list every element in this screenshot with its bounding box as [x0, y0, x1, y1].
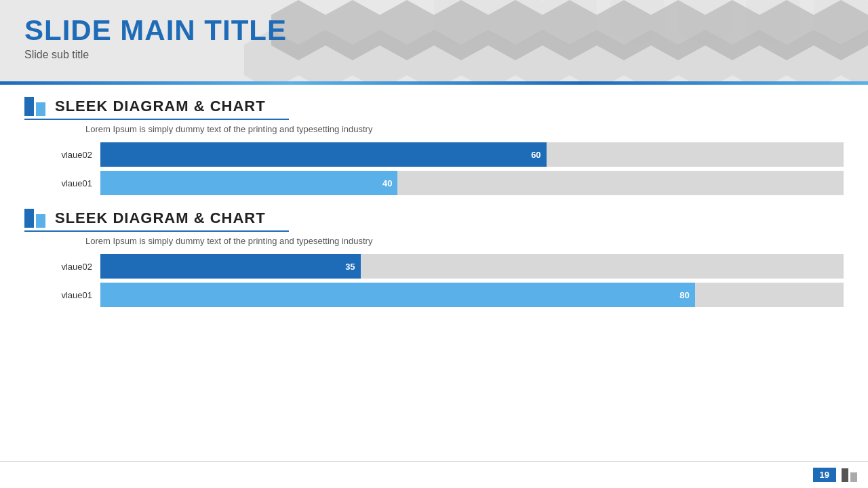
icon-bar-dark-2 — [24, 209, 34, 228]
section-2: SLEEK DIAGRAM & CHART Lorem Ipsum is sim… — [24, 209, 844, 307]
slide-footer: 19 — [0, 461, 868, 488]
section-1: SLEEK DIAGRAM & CHART Lorem Ipsum is sim… — [24, 97, 844, 195]
chart-track-1-2: 40 — [100, 171, 844, 195]
section-1-title: SLEEK DIAGRAM & CHART — [55, 98, 266, 115]
section-2-underline — [24, 230, 289, 232]
section-1-header: SLEEK DIAGRAM & CHART — [24, 97, 844, 116]
chart-row-1-2: vlaue01 40 — [52, 171, 844, 195]
footer-icon-bar2 — [850, 472, 857, 482]
section-1-desc: Lorem Ipsum is simply dummy text of the … — [85, 124, 844, 134]
section-1-icon — [24, 97, 45, 116]
chart-bar-2-1: 35 — [100, 254, 361, 279]
section-2-title: SLEEK DIAGRAM & CHART — [55, 209, 266, 227]
chart-label-1-1: vlaue02 — [52, 150, 92, 160]
chart-bar-1-1: 60 — [100, 142, 547, 167]
chart-track-1-1: 60 — [100, 142, 844, 167]
slide-sub-title: Slide sub title — [24, 49, 287, 61]
icon-bar-dark-1 — [24, 97, 34, 116]
section-1-underline — [24, 119, 289, 120]
chart-bar-2-2: 80 — [100, 283, 695, 307]
chart-value-1-2: 40 — [382, 178, 397, 188]
section-2-icon — [24, 209, 45, 228]
chart-track-2-1: 35 — [100, 254, 844, 279]
section-1-chart: vlaue02 60 vlaue01 40 — [52, 142, 844, 195]
footer-icon — [842, 468, 857, 482]
chart-track-2-2: 80 — [100, 283, 844, 307]
chart-row-2-2: vlaue01 80 — [52, 283, 844, 307]
section-2-chart: vlaue02 35 vlaue01 80 — [52, 254, 844, 307]
page-number: 19 — [813, 468, 836, 482]
chart-label-1-2: vlaue01 — [52, 178, 92, 188]
main-content: SLEEK DIAGRAM & CHART Lorem Ipsum is sim… — [0, 85, 868, 327]
chart-value-1-1: 60 — [531, 150, 546, 160]
section-2-desc: Lorem Ipsum is simply dummy text of the … — [85, 236, 844, 246]
slide-main-title: SLIDE MAIN TITLE — [24, 15, 287, 46]
chart-value-2-2: 80 — [679, 290, 694, 300]
header-text-block: SLIDE MAIN TITLE Slide sub title — [0, 0, 311, 76]
icon-bar-light-2 — [36, 214, 45, 228]
chart-label-2-2: vlaue01 — [52, 290, 92, 300]
slide-header: SLIDE MAIN TITLE Slide sub title — [0, 0, 868, 81]
icon-bar-light-1 — [36, 102, 45, 116]
chart-bar-1-2: 40 — [100, 171, 397, 195]
chart-row-1-1: vlaue02 60 — [52, 142, 844, 167]
footer-icon-bar1 — [842, 468, 848, 482]
chart-label-2-1: vlaue02 — [52, 262, 92, 272]
chart-value-2-1: 35 — [345, 262, 360, 272]
section-2-header: SLEEK DIAGRAM & CHART — [24, 209, 844, 228]
chart-row-2-1: vlaue02 35 — [52, 254, 844, 279]
